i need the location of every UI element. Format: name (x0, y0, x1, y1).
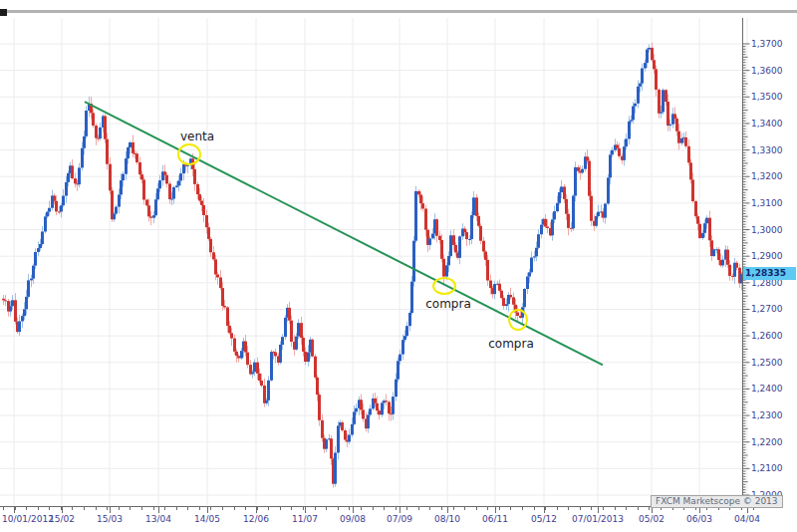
date-tick-label: 14/05 (194, 514, 220, 524)
date-tick-label: 13/04 (145, 514, 171, 524)
price-tick-label: 1,2400 (751, 384, 783, 394)
axes (0, 18, 755, 507)
price-tick-label: 1,2100 (751, 463, 783, 473)
chart-window: 1,37001,36001,35001,34001,33001,32001,31… (0, 0, 797, 532)
date-tick-label: 10/01/2012 (2, 514, 54, 524)
date-tick-label: 11/07 (292, 514, 318, 524)
price-tick-label: 1,2600 (751, 331, 783, 341)
time-axis[interactable]: 10/01/201215/0215/0313/0414/0512/0611/07… (2, 507, 760, 525)
date-tick-label: 12/06 (243, 514, 269, 524)
annotation-venta[interactable]: venta (180, 130, 214, 143)
candlestick-chart[interactable]: 1,37001,36001,35001,34001,33001,32001,31… (0, 0, 797, 532)
price-tick-label: 1,2900 (751, 251, 783, 261)
date-tick-label: 05/02 (639, 514, 664, 524)
date-tick-label: 06/03 (686, 514, 712, 524)
grid-lines (0, 18, 747, 506)
price-tick-label: 1,2500 (751, 358, 783, 368)
watermark-label: FXCM Marketscope © 2013 (651, 495, 783, 508)
price-tick-label: 1,3600 (751, 66, 783, 76)
price-tick-label: 1,3000 (751, 225, 783, 235)
date-tick-label: 05/12 (531, 514, 557, 524)
date-tick-label: 04/04 (734, 514, 760, 524)
price-tick-label: 1,3300 (751, 145, 783, 155)
candles-series[interactable] (2, 43, 743, 488)
price-tick-label: 1,3100 (751, 198, 783, 208)
date-tick-label: 09/08 (340, 514, 366, 524)
price-tick-label: 1,3200 (751, 171, 783, 181)
date-tick-label: 15/02 (49, 514, 75, 524)
price-tick-label: 1,2300 (751, 410, 783, 420)
date-tick-label: 08/10 (434, 514, 460, 524)
price-tick-label: 1,2700 (751, 304, 783, 314)
date-tick-label: 06/11 (482, 514, 508, 524)
date-tick-label: 07/01/2013 (572, 514, 624, 524)
price-tick-label: 1,3700 (751, 39, 783, 49)
date-tick-label: 15/03 (97, 514, 123, 524)
price-tick-label: 1,2200 (751, 437, 783, 447)
annotation-compra-2[interactable]: compra (488, 337, 534, 351)
price-tick-label: 1,3500 (751, 92, 783, 102)
annotation-compra-1[interactable]: compra (425, 297, 471, 311)
date-tick-label: 07/09 (387, 514, 412, 524)
current-price-tag: 1,28335 (743, 267, 796, 280)
price-tick-label: 1,3400 (751, 119, 783, 129)
